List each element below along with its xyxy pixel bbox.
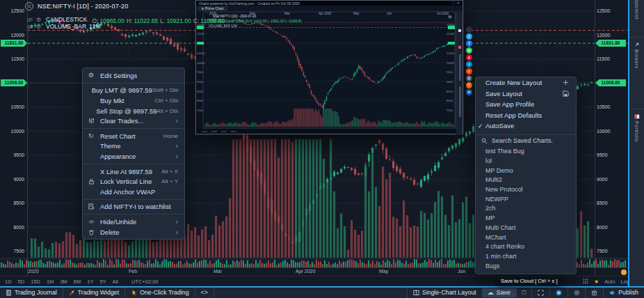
menu-item[interactable]: Buy MktCtrl + Dbl	[83, 95, 184, 106]
menu-shortcut: Ctrl + Dbl	[154, 97, 178, 104]
snapshot-price-tick: 9500	[197, 70, 203, 74]
menu-shortcut: Alt + Dbl	[157, 108, 178, 114]
saved-chart-item[interactable]: MP	[476, 213, 576, 223]
saved-chart-item[interactable]: Multi Chart	[476, 223, 576, 233]
menu-item[interactable]: X Line At 9897.59Alt + X	[83, 166, 184, 177]
expand-icon[interactable]: ⛶	[452, 1, 455, 6]
favorite-star-icon[interactable]: ★	[594, 279, 599, 285]
price-tick: 7500	[597, 249, 608, 253]
price-tick: 9500	[1, 152, 24, 157]
saved-chart-item[interactable]: Multi2	[476, 175, 576, 185]
saved-chart-item[interactable]: 4 chart Renko	[476, 242, 576, 251]
saved-charts-search-input[interactable]	[492, 137, 568, 144]
camera-icon	[556, 290, 562, 296]
layout-menu-item[interactable]: Save Layout	[476, 88, 576, 100]
trading-widget-button[interactable]: Trading Widget	[63, 288, 125, 298]
layout-menu-item[interactable]: Reset App Defaults	[476, 110, 576, 121]
save-icon	[563, 91, 569, 97]
menu-item[interactable]: ⚙Edit Settings	[83, 70, 184, 81]
layout-menu-item[interactable]: ✓AutoSave	[476, 120, 576, 132]
expand-button[interactable]	[531, 288, 549, 298]
menu-item[interactable]: Delete›	[83, 227, 184, 237]
saved-chart-item[interactable]: MP Demo	[476, 166, 576, 175]
publish-button[interactable]: Publish	[603, 288, 644, 298]
auto-scale-toggle[interactable]: Auto	[604, 279, 615, 285]
price-tick: 12500	[597, 8, 610, 13]
menu-item[interactable]: Sell Stop @ 9897.59Alt + Dbl	[83, 106, 184, 116]
layout-menu-item[interactable]: Save App Profile	[476, 99, 576, 110]
email-share-icon[interactable]: @	[466, 75, 472, 81]
sidebar-tab-label: Watchlist	[634, 0, 639, 19]
square-button[interactable]: □	[516, 288, 531, 298]
range-1y[interactable]: 1Y	[87, 279, 93, 285]
twitter-share-icon[interactable]: t	[466, 33, 472, 40]
share-share-icon[interactable]	[466, 26, 472, 33]
range-5y[interactable]: 5Y	[99, 279, 106, 285]
menu-item[interactable]: Lock Vertical LineAlt + Y	[83, 176, 184, 187]
range-6m[interactable]: 6M	[74, 279, 81, 285]
camera-button[interactable]	[549, 288, 567, 298]
divider	[629, 109, 644, 109]
price-tick: 8000	[1, 225, 24, 230]
menu-item[interactable]: Appearance›	[83, 151, 184, 162]
menu-item[interactable]: Add NIFTY-I to watchlist	[83, 202, 184, 212]
target-button[interactable]: ◎	[567, 288, 585, 298]
button-label: One-Click Trading	[140, 289, 188, 296]
menu-item[interactable]: Add Anchor VWAP	[83, 187, 184, 197]
layout-menu-label: Reset App Defaults	[485, 111, 542, 119]
range-1d[interactable]: 1D	[5, 279, 12, 285]
menu-item[interactable]: Theme›	[83, 141, 184, 152]
right-sidebar: WatchlistBrokersPortfolio	[629, 0, 644, 286]
saved-chart-item[interactable]: test Thea Bug	[476, 147, 576, 157]
timezone-selector[interactable]: UTC+02:00	[131, 279, 159, 285]
time-tick: Jun	[458, 269, 465, 274]
bank-icon	[591, 290, 597, 296]
single-chart-layout-button[interactable]: Single-Chart Layout	[407, 288, 482, 298]
sidebar-tab-brokers[interactable]: Brokers	[629, 42, 644, 69]
whatsapp-share-icon[interactable]: w	[466, 47, 472, 54]
menu-item[interactable]: Buy LMT @ 9897.59Shift + Dbl	[83, 86, 184, 96]
search-icon	[481, 134, 488, 147]
bank-button[interactable]	[585, 288, 603, 298]
close-icon[interactable]: ✕	[457, 1, 460, 6]
save-button[interactable]: ☁Save	[482, 288, 516, 298]
saved-chart-item[interactable]: MChart	[476, 233, 576, 242]
--button[interactable]: <>	[195, 288, 215, 298]
saved-chart-item[interactable]: 1 min chart	[476, 251, 576, 261]
copy-icon[interactable]: ⧉	[449, 15, 451, 19]
snapshot-price-tick: 8000	[197, 99, 203, 102]
saved-chart-item[interactable]: Bugs	[476, 261, 576, 271]
snapshot-time-tick: Jul 2020	[437, 12, 449, 15]
trading-journal-button[interactable]: Trading Journal	[0, 288, 63, 298]
linkedin-share-icon[interactable]: in	[466, 89, 472, 95]
sidebar-tab-portfolio[interactable]: Portfolio	[629, 113, 644, 142]
pinterest-share-icon[interactable]: p	[466, 54, 472, 61]
snapshot-chart	[196, 11, 456, 130]
plus-icon	[563, 79, 569, 86]
one-click-trading-button[interactable]: One-Click Trading	[125, 288, 195, 298]
range-15d[interactable]: 15D	[31, 279, 40, 285]
facebook-share-icon[interactable]: f	[466, 40, 472, 47]
telegram-share-icon[interactable]: t	[466, 61, 472, 68]
share-icons-stack: tfwptr@Yin	[466, 26, 472, 95]
menu-item[interactable]: Hide/Unhide›	[83, 217, 184, 227]
saved-chart-item[interactable]: New Protocol	[476, 185, 576, 194]
saved-chart-item[interactable]: 2ch	[476, 204, 576, 214]
hackernews-share-icon[interactable]: Y	[466, 82, 472, 88]
saved-chart-item[interactable]: lol	[476, 156, 576, 166]
price-badge: 11008.60	[1, 79, 27, 86]
menu-item[interactable]: ↻Reset ChartHome	[83, 131, 184, 141]
snapshot-price-badge	[197, 42, 204, 45]
range-1m[interactable]: 1M	[47, 279, 54, 285]
snapshot-tab[interactable]: Prime Chart	[198, 6, 227, 11]
range-5d[interactable]: 5D	[18, 279, 25, 285]
sidebar-tab-watchlist[interactable]: Watchlist	[629, 0, 644, 19]
range-all[interactable]: All	[113, 279, 118, 285]
grid-icon[interactable]	[583, 279, 588, 285]
layout-menu-item[interactable]: Create New Layout	[476, 77, 576, 88]
sidebar-mini-label	[459, 54, 461, 81]
saved-chart-item[interactable]: NEWPP	[476, 194, 576, 204]
menu-item[interactable]: Clear Trades...›	[83, 116, 184, 126]
range-3m[interactable]: 3M	[60, 279, 67, 285]
reddit-share-icon[interactable]: r	[466, 68, 472, 74]
